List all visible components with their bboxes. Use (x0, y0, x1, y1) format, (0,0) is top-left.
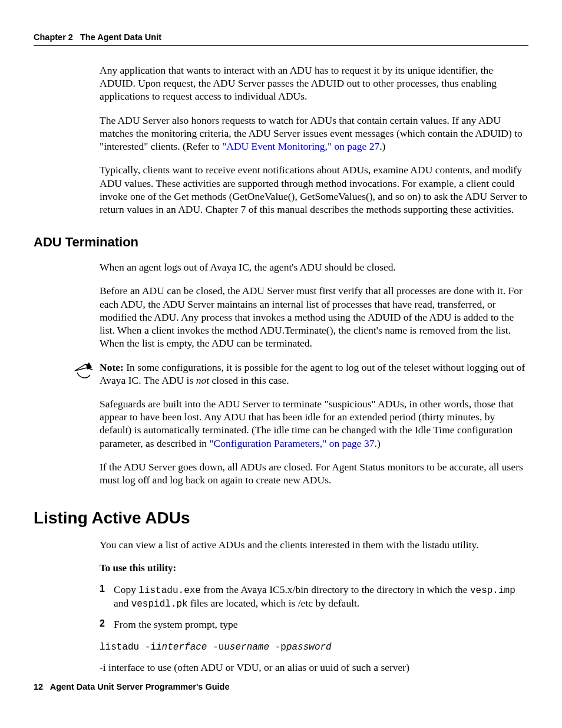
code-text: vespidl.pk (131, 599, 188, 610)
section-heading-termination: ADU Termination (34, 235, 528, 250)
code-arg: interface (156, 642, 207, 653)
text-run: and (114, 597, 131, 609)
chapter-title: The Agent Data Unit (80, 32, 161, 42)
crossref-link[interactable]: "ADU Event Monitoring," on page 27 (222, 140, 379, 152)
step-item: 1 Copy listadu.exe from the Avaya IC5.x/… (100, 583, 528, 611)
crossref-link[interactable]: "Configuration Parameters," on page 37 (209, 437, 374, 449)
step-number: 1 (100, 583, 114, 611)
text-run: .) (375, 437, 381, 449)
code-text: listadu.exe (138, 585, 201, 596)
body-paragraph: When an agent logs out of Avaya IC, the … (100, 261, 528, 274)
step-item: 2 From the system prompt, type (100, 618, 528, 631)
emphasis: not (196, 374, 209, 386)
body-paragraph: Before an ADU can be closed, the ADU Ser… (100, 284, 528, 350)
code-text: -u (207, 642, 224, 653)
code-text: -p (269, 642, 286, 653)
body-paragraph: You can view a list of active ADUs and t… (100, 538, 528, 551)
text-run: closed in this case. (209, 374, 289, 386)
text-run: .) (379, 140, 385, 152)
instruction-label: To use this utility: (100, 562, 528, 575)
section-heading-listing: Listing Active ADUs (34, 509, 528, 528)
code-arg: password (286, 642, 332, 653)
step-number: 2 (100, 618, 114, 631)
body-paragraph: If the ADU Server goes down, all ADUs ar… (100, 460, 528, 486)
code-text: vesp.imp (470, 585, 515, 596)
command-line: listadu -iinterface -uusername -ppasswor… (100, 640, 528, 653)
text-run: Copy (114, 584, 138, 595)
body-paragraph: The ADU Server also honors requests to w… (100, 114, 528, 153)
text-run: In some configurations, it is possible f… (100, 361, 525, 386)
text-run: from the Avaya IC5.x/bin directory to th… (201, 584, 470, 595)
page-number: 12 (34, 682, 43, 691)
page-footer: 12 Agent Data Unit Server Programmer's G… (34, 682, 230, 691)
guide-name: Agent Data Unit Server Programmer's Guid… (50, 682, 230, 691)
code-text: listadu -i (100, 642, 156, 653)
step-text: From the system prompt, type (114, 618, 528, 631)
body-paragraph: Typically, clients want to receive event… (100, 163, 528, 216)
page-header: Chapter 2 The Agent Data Unit (34, 32, 528, 46)
code-arg: username (224, 642, 269, 653)
text-run: files are located, which is /etc by defa… (188, 597, 360, 609)
body-paragraph: Safeguards are built into the ADU Server… (100, 397, 528, 450)
note-icon (74, 361, 100, 382)
step-text: Copy listadu.exe from the Avaya IC5.x/bi… (114, 583, 528, 611)
body-paragraph: Any application that wants to interact w… (100, 64, 528, 103)
body-paragraph: -i interface to use (often ADU or VDU, o… (100, 661, 528, 674)
note-label: Note: (100, 361, 124, 373)
note-paragraph: Note: In some configurations, it is poss… (100, 361, 528, 387)
chapter-label: Chapter 2 (34, 32, 73, 42)
